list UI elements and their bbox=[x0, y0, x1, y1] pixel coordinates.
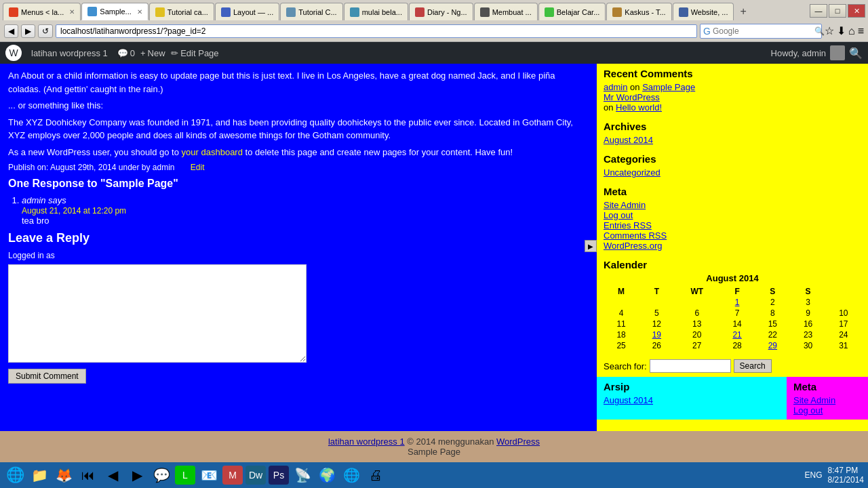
kalender-heading: Kalender bbox=[604, 259, 861, 270]
dreamweaver-icon[interactable]: Dw bbox=[245, 466, 266, 485]
browser-tab-8[interactable]: Membuat ... bbox=[474, 3, 538, 20]
admin-user-link[interactable]: admin bbox=[604, 82, 627, 92]
entries-rss-link[interactable]: Entries RSS bbox=[604, 220, 861, 230]
site-name[interactable]: latihan wordpress 1 bbox=[27, 48, 112, 58]
new-tab-button[interactable]: + bbox=[734, 3, 751, 20]
footer-wp-link[interactable]: WordPress bbox=[496, 436, 540, 447]
home-icon[interactable]: ⌂ bbox=[848, 25, 855, 37]
browser-tab-11[interactable]: Website, ... bbox=[673, 3, 734, 20]
forward-button[interactable]: ▶ bbox=[21, 24, 35, 38]
ps-icon[interactable]: Ps bbox=[269, 466, 289, 485]
comments-rss-link[interactable]: Comments RSS bbox=[604, 230, 861, 241]
archives-heading: Archives bbox=[604, 121, 861, 132]
arsip-heading: Arsip bbox=[604, 381, 780, 392]
close-button[interactable]: ✕ bbox=[848, 4, 865, 18]
bookmark-icon[interactable]: ☆ bbox=[825, 24, 834, 37]
taskbar: 🌐 📁 🦊 ⏮ ◀ ▶ 💬 L 📧 M Dw Ps 📡 🌍 🌐 🖨 ENG 8:… bbox=[0, 462, 868, 488]
ie-icon[interactable]: 🌐 bbox=[4, 464, 26, 486]
browser-tab-2[interactable]: Sample... ✕ bbox=[81, 3, 148, 20]
scroll-handle[interactable]: ▶ bbox=[585, 240, 597, 252]
refresh-button[interactable]: ↺ bbox=[38, 24, 53, 38]
search-field[interactable] bbox=[650, 359, 731, 373]
wp-logo[interactable]: W bbox=[5, 45, 22, 61]
wordpress-org-link[interactable]: WordPress.org bbox=[604, 241, 861, 251]
calendar-table: M T WT F S S 1 2 3 bbox=[604, 286, 861, 351]
sample-page-link[interactable]: Sample Page bbox=[642, 82, 695, 92]
content-text: An About or a child information is easy … bbox=[8, 69, 589, 159]
minimize-button[interactable]: — bbox=[810, 4, 827, 18]
meta-heading: Meta bbox=[604, 186, 861, 197]
email-icon[interactable]: 📧 bbox=[198, 464, 220, 486]
comment-text: tea bro bbox=[22, 216, 49, 226]
comments-button[interactable]: 💬 0 bbox=[117, 48, 135, 58]
taskbar-lang: ENG bbox=[805, 470, 823, 480]
new-button[interactable]: + New bbox=[140, 48, 165, 58]
google-g-icon: G bbox=[703, 26, 711, 37]
menu-icon[interactable]: ≡ bbox=[858, 25, 864, 37]
howdy-user[interactable]: Howdy, admin 🔍 bbox=[771, 45, 863, 60]
ftp-icon[interactable]: 📡 bbox=[292, 464, 313, 486]
browser-tab-9[interactable]: Belajar Car... bbox=[538, 3, 606, 20]
search-button[interactable]: Search bbox=[734, 359, 772, 373]
categories-heading: Categories bbox=[604, 153, 861, 165]
meta-right-heading: Meta bbox=[793, 381, 861, 392]
browser-tab-1[interactable]: Menus < la... ✕ bbox=[3, 3, 81, 20]
meta-log-out-link[interactable]: Log out bbox=[793, 405, 861, 415]
maximize-button[interactable]: □ bbox=[829, 4, 846, 18]
arsip-section: Arsip August 2014 bbox=[597, 377, 787, 420]
browser-tab-7[interactable]: Diary - Ng... bbox=[409, 3, 473, 20]
taskbar-clock: 8:47 PM 8/21/2014 bbox=[828, 466, 864, 485]
avatar bbox=[830, 45, 845, 60]
edit-link[interactable]: Edit bbox=[191, 163, 205, 172]
play-icon[interactable]: ▶ bbox=[126, 464, 148, 486]
comment-date-link[interactable]: August 21, 2014 at 12:20 pm bbox=[22, 206, 126, 216]
download-icon[interactable]: ⬇ bbox=[837, 24, 846, 37]
calendar-section: Kalender August 2014 M T WT F S S bbox=[597, 255, 868, 355]
browser-tab-10[interactable]: Kaskus - T... bbox=[606, 3, 671, 20]
dashboard-link[interactable]: your dashboard bbox=[182, 147, 243, 157]
media-icon[interactable]: ⏮ bbox=[77, 464, 99, 486]
edit-page-button[interactable]: ✏ Edit Page bbox=[171, 48, 219, 58]
tab-close-1[interactable]: ✕ bbox=[69, 8, 75, 16]
meta-site-admin-link[interactable]: Site Admin bbox=[793, 395, 861, 405]
search-bar[interactable]: G 🔍 bbox=[700, 24, 822, 39]
meta-section: Meta Site Admin Log out Entries RSS Comm… bbox=[597, 182, 868, 255]
submit-comment-button[interactable]: Submit Comment bbox=[8, 369, 86, 384]
chrome-icon[interactable]: 🌍 bbox=[316, 464, 338, 486]
search-go-icon[interactable]: 🔍 bbox=[814, 26, 825, 36]
arsip-august-2014[interactable]: August 2014 bbox=[604, 395, 780, 405]
bottom-sections: Arsip August 2014 Meta Site Admin Log ou… bbox=[597, 377, 868, 420]
printer-icon[interactable]: 🖨 bbox=[365, 464, 387, 486]
explorer-icon[interactable]: 📁 bbox=[28, 464, 50, 486]
line-icon[interactable]: L bbox=[175, 466, 195, 485]
browser-tab-6[interactable]: mulai bela... bbox=[344, 3, 408, 20]
chat-icon[interactable]: 💬 bbox=[151, 464, 172, 486]
browser-tab-4[interactable]: Layout — ... bbox=[215, 3, 279, 20]
footer-site-link[interactable]: latihan wordpress 1 bbox=[328, 436, 405, 447]
browser-tab-5[interactable]: Tutorial C... bbox=[280, 3, 342, 20]
hello-world-link[interactable]: Hello world! bbox=[616, 102, 662, 113]
browser-tab-3[interactable]: Tutorial ca... bbox=[149, 3, 214, 20]
firefox-icon[interactable]: 🦊 bbox=[53, 464, 75, 486]
app-icon-red[interactable]: M bbox=[222, 466, 243, 485]
search-label: Search for: bbox=[604, 361, 647, 371]
site-admin-link[interactable]: Site Admin bbox=[604, 200, 861, 210]
recent-comments-section: Recent Comments admin on Sample Page Mr … bbox=[597, 64, 868, 117]
footer-page-name: Sample Page bbox=[5, 447, 863, 457]
mr-wordpress-link[interactable]: Mr WordPress bbox=[604, 92, 861, 102]
search-input[interactable] bbox=[713, 26, 814, 36]
recent-comments-heading: Recent Comments bbox=[604, 68, 861, 79]
category-uncategorized[interactable]: Uncategorized bbox=[604, 167, 861, 178]
archive-august-2014[interactable]: August 2014 bbox=[604, 135, 861, 145]
log-out-link[interactable]: Log out bbox=[604, 210, 861, 220]
search-section: Search for: Search bbox=[597, 355, 868, 377]
back-button[interactable]: ◀ bbox=[4, 24, 18, 38]
vpn-icon[interactable]: 🌐 bbox=[340, 464, 362, 486]
prev-icon[interactable]: ◀ bbox=[102, 464, 123, 486]
comment-textarea[interactable] bbox=[8, 264, 307, 363]
address-bar[interactable] bbox=[56, 24, 697, 38]
tab-close-2[interactable]: ✕ bbox=[137, 8, 142, 16]
logged-in-text: Logged in as bbox=[8, 251, 589, 260]
search-admin-icon[interactable]: 🔍 bbox=[849, 47, 863, 60]
calendar-month: August 2014 bbox=[604, 273, 861, 283]
